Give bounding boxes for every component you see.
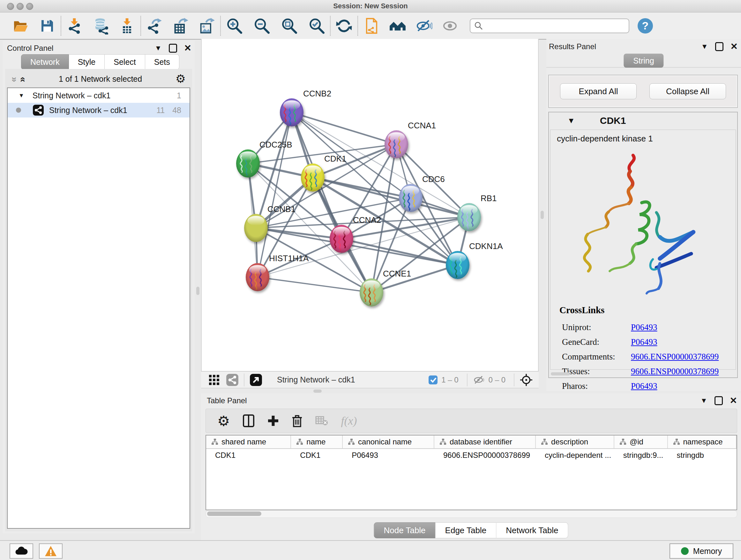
import-network-database-button[interactable] <box>92 17 110 35</box>
crosslink-link[interactable]: 9606.ENSP00000378699 <box>631 367 719 376</box>
table-hscrollbar-thumb[interactable] <box>207 511 261 516</box>
node-CDKN1A[interactable]: CDKN1A <box>446 241 503 279</box>
add-column-icon[interactable] <box>267 415 279 427</box>
grid-view-icon[interactable] <box>208 374 220 386</box>
edge-CCNA2-CDKN1A[interactable] <box>341 239 458 265</box>
control-panel: Control Panel ▼ ✕ NetworkStyleSelectSets… <box>3 41 195 533</box>
table-settings-gear-icon[interactable]: ⚙ <box>217 413 230 429</box>
selected-checkbox-icon[interactable] <box>428 375 438 385</box>
table-hscrollbar[interactable] <box>205 510 737 518</box>
table-panel-float-icon[interactable] <box>715 396 723 405</box>
right-splitter-grip[interactable] <box>541 211 544 219</box>
zoom-fit-button[interactable] <box>280 17 298 35</box>
tab-edge-table[interactable]: Edge Table <box>435 522 496 538</box>
column-header-namespace[interactable]: namespace <box>668 435 737 448</box>
control-panel-float-icon[interactable] <box>169 44 177 53</box>
crosslink-link[interactable]: P06493 <box>631 337 657 347</box>
help-button[interactable]: ? <box>637 18 653 34</box>
tab-network[interactable]: Network <box>21 54 69 70</box>
import-network-file-button[interactable] <box>66 17 84 35</box>
import-network-icon <box>66 17 83 34</box>
table-panel-menu-icon[interactable]: ▼ <box>700 396 708 405</box>
table-cell[interactable]: P06493 <box>343 449 434 462</box>
search-input[interactable] <box>470 18 629 33</box>
open-session-button[interactable] <box>11 17 29 35</box>
zoom-in-button[interactable] <box>225 17 243 35</box>
zoom-out-icon <box>253 17 270 34</box>
entry-scrollbar-thumb[interactable] <box>551 372 570 375</box>
table-panel-close-icon[interactable]: ✕ <box>730 396 737 405</box>
string-view-icon[interactable] <box>226 374 239 386</box>
node-CCNA1[interactable]: CCNA1 <box>385 121 436 159</box>
column-header-name[interactable]: name <box>291 435 343 448</box>
tab-network-table[interactable]: Network Table <box>496 522 568 538</box>
export-network-button[interactable] <box>145 17 163 35</box>
expand-all-button[interactable]: Expand All <box>560 83 636 99</box>
network-options-gear-icon[interactable]: ⚙ <box>176 72 186 85</box>
table-row[interactable]: CDK1CDK1P064939606.ENSP00000378699cyclin… <box>206 449 737 462</box>
memory-button[interactable]: Memory <box>670 543 733 559</box>
column-header-description[interactable]: description <box>536 435 614 448</box>
tab-node-table[interactable]: Node Table <box>374 522 435 538</box>
import-table-button[interactable] <box>118 17 136 35</box>
export-image-button[interactable] <box>198 17 216 35</box>
table-cell[interactable]: CDK1 <box>206 449 291 462</box>
table-cell[interactable]: 9606.ENSP00000378699 <box>434 449 536 462</box>
crosshair-icon[interactable] <box>520 373 533 387</box>
node-RB1[interactable]: RB1 <box>457 193 497 231</box>
warnings-button[interactable] <box>39 543 63 559</box>
results-panel-close-icon[interactable]: ✕ <box>731 42 738 51</box>
control-panel-menu-icon[interactable]: ▼ <box>155 44 162 52</box>
column-header-at-id[interactable]: @id <box>614 435 668 448</box>
column-header-canonical-name[interactable]: canonical name <box>343 435 434 448</box>
node-HIST1H1A[interactable]: HIST1H1A <box>246 253 309 291</box>
node-table[interactable]: shared namenamecanonical namedatabase id… <box>205 435 737 510</box>
crosslink-link[interactable]: 9606.ENSP00000378699 <box>631 352 719 362</box>
string-home-button[interactable] <box>389 17 407 35</box>
network-row[interactable]: String Network – cdk1 11 48 <box>8 103 190 118</box>
tab-select[interactable]: Select <box>105 54 145 70</box>
results-panel-float-icon[interactable] <box>715 42 724 51</box>
collapse-all-networks-icon[interactable]: « <box>18 77 29 81</box>
edge-layer <box>248 112 469 293</box>
crosslink-link[interactable]: P06493 <box>631 381 657 391</box>
zoom-selected-button[interactable] <box>308 17 326 35</box>
tab-style[interactable]: Style <box>69 54 105 70</box>
table-cell[interactable]: cyclin-dependent ... <box>536 449 614 462</box>
bottom-splitter-grip[interactable] <box>313 389 322 393</box>
table-cell[interactable]: stringdb <box>668 449 737 462</box>
entry-collapse-icon[interactable]: ▼ <box>567 116 575 125</box>
birdseye-view-icon[interactable] <box>250 374 262 386</box>
table-cell[interactable]: stringdb:9... <box>614 449 668 462</box>
column-header-shared-name[interactable]: shared name <box>206 435 291 448</box>
control-panel-close-icon[interactable]: ✕ <box>184 44 192 53</box>
refresh-layout-button[interactable] <box>335 17 353 35</box>
tab-string[interactable]: String <box>623 54 664 68</box>
hide-glyphs-button[interactable] <box>415 17 433 35</box>
attribute-icon <box>348 438 355 445</box>
network-canvas[interactable]: CCNB2CCNA1CDC25BCDK1CDC6RB1CCNB1CCNA2CDK… <box>201 39 539 371</box>
protein-entry-header[interactable]: ▼ CDK1 <box>549 112 737 129</box>
save-session-button[interactable] <box>38 17 56 35</box>
tab-sets[interactable]: Sets <box>145 54 179 70</box>
delete-column-trash-icon[interactable] <box>292 415 302 427</box>
show-columns-icon[interactable] <box>243 414 255 428</box>
zoom-fit-icon <box>281 17 297 34</box>
table-cell[interactable]: CDK1 <box>291 449 343 462</box>
edge-CCNB2-CCNA1[interactable] <box>292 112 396 144</box>
show-glyphs-button[interactable] <box>441 17 459 35</box>
zoom-out-button[interactable] <box>253 17 271 35</box>
results-panel-menu-icon[interactable]: ▼ <box>701 43 708 51</box>
export-table-button[interactable] <box>172 17 190 35</box>
crosslink-link[interactable]: P06493 <box>631 322 657 332</box>
collection-expander-icon[interactable]: ▼ <box>18 92 24 99</box>
network-collection-row[interactable]: ▼ String Network – cdk1 1 <box>8 88 190 103</box>
left-splitter-grip[interactable] <box>196 287 199 295</box>
cloud-button[interactable] <box>10 543 33 559</box>
edge-CCNE1-HIST1H1A[interactable] <box>258 277 372 293</box>
edge-CCNB2-RB1[interactable] <box>292 112 469 217</box>
publications-button[interactable] <box>362 17 381 35</box>
collapse-all-button[interactable]: Collapse All <box>650 83 726 99</box>
column-header-database-identifier[interactable]: database identifier <box>434 435 536 448</box>
network-graph[interactable]: CCNB2CCNA1CDC25BCDK1CDC6RB1CCNB1CCNA2CDK… <box>202 39 538 370</box>
